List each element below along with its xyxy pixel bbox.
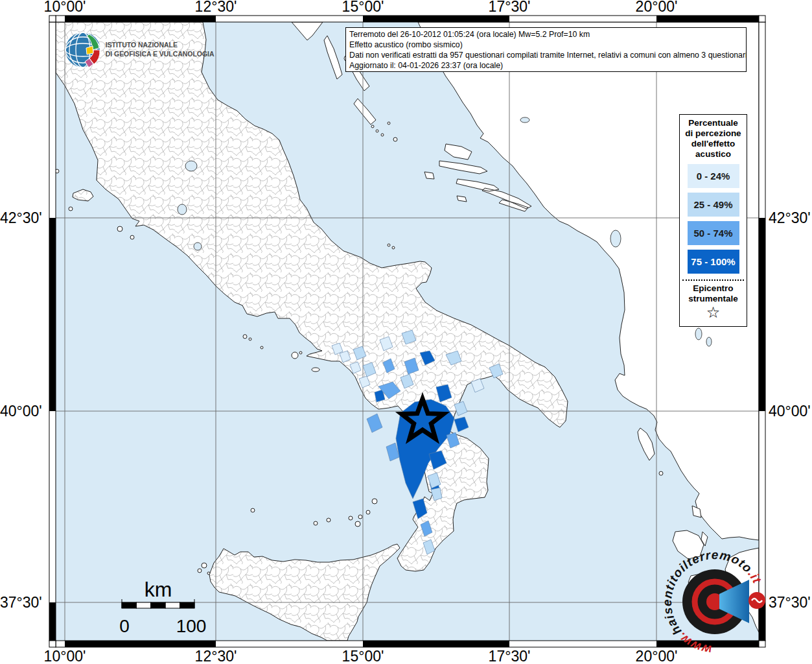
axis-bottom-lon-2: 12°30' — [195, 648, 237, 664]
legend-swatch-0-24: 0 - 24% — [688, 164, 739, 188]
axis-bottom-lon-3: 15°00' — [342, 648, 384, 664]
title-line-event: Terremoto del 26-10-2012 01:05:24 (ora l… — [349, 29, 743, 40]
legend-epicenter-label: Epicentro strumentale — [680, 283, 747, 304]
axis-top-lon-2: 12°30' — [195, 0, 237, 14]
axis-top-lon-4: 17°30' — [489, 0, 531, 14]
legend-swatch-25-49: 25 - 49% — [688, 193, 739, 217]
legend-divider — [682, 279, 744, 281]
axis-top-lon-3: 15°00' — [342, 0, 384, 14]
legend-title: Percentuale di percezione dell'effetto a… — [680, 118, 747, 160]
title-line-updated: Aggiornato il: 04-01-2026 23:37 (ora loc… — [349, 60, 743, 71]
axis-left-lat-1: 42°30' — [0, 209, 41, 227]
ingv-name-line1: ISTITUTO NAZIONALE — [106, 41, 178, 49]
ingv-name-line2: DI GEOFISICA E VULCANOLOGIA — [106, 50, 215, 58]
scale-unit-label: km — [145, 578, 172, 601]
axis-bottom-lon-5: 20°00' — [636, 648, 678, 664]
axis-top-lon-1: 10°00' — [44, 0, 86, 14]
earthquake-perception-map-page: { "title_box": { "line1": "Terremoto del… — [0, 0, 812, 664]
legend: Percentuale di percezione dell'effetto a… — [679, 114, 747, 327]
axis-bottom-lon-4: 17°30' — [489, 648, 531, 664]
legend-swatch-50-74: 50 - 74% — [688, 221, 739, 245]
title-line-data: Dati non verificati estratti da 957 ques… — [349, 50, 743, 60]
axis-bottom-lon-1: 10°00' — [44, 648, 86, 664]
map-canvas: km 0 100 — [0, 0, 812, 664]
scale-start-label: 0 — [119, 616, 130, 636]
title-box: Terremoto del 26-10-2012 01:05:24 (ora l… — [345, 27, 747, 72]
axis-right-lat-1: 42°30' — [769, 209, 811, 227]
axis-left-lat-2: 40°00' — [0, 403, 41, 420]
title-line-effect: Effetto acustico (rombo sismico) — [349, 40, 743, 50]
axis-right-lat-3: 37°30' — [769, 594, 811, 611]
axis-left-lat-3: 37°30' — [0, 594, 41, 611]
legend-swatch-75-100: 75 - 100% — [688, 250, 739, 274]
epicenter-star-icon: ☆ — [680, 305, 747, 320]
axis-top-lon-5: 20°00' — [636, 0, 678, 14]
axis-right-lat-2: 40°00' — [769, 403, 811, 420]
scale-end-label: 100 — [176, 616, 207, 636]
